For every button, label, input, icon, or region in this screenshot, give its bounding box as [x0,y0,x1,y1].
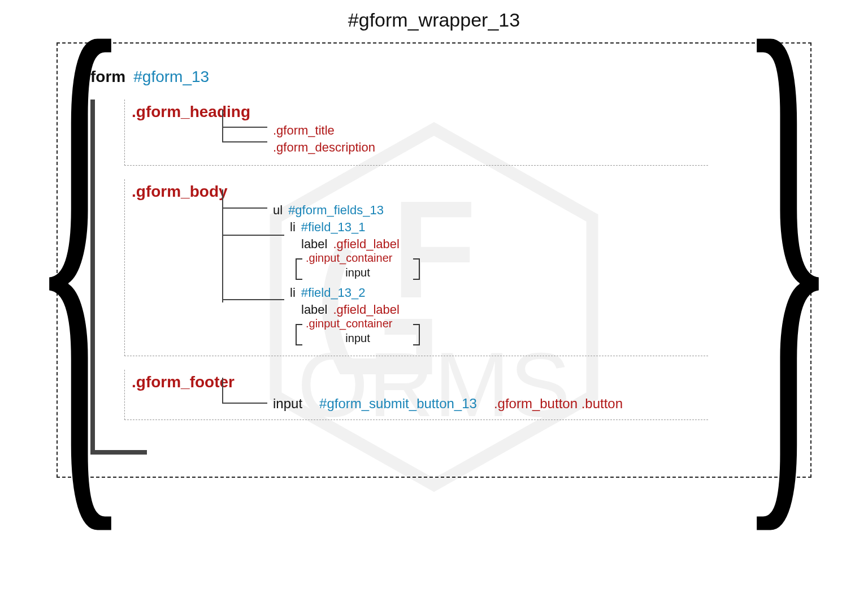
heading-tree-h2 [222,141,267,142]
field1-li-tag: li [290,220,296,235]
field2-id: #field_13_2 [301,286,366,300]
section-footer: .gform_footer input #gform_submit_button… [124,370,708,420]
heading-tree-v [222,110,223,141]
tree-main-vertical [90,100,95,450]
section-heading: .gform_heading .gform_title .gform_descr… [124,100,708,166]
tree-main-top-tick [90,100,95,104]
heading-title-class: .gform_title [273,123,335,138]
footer-tree-h [222,403,267,404]
field2-label-tag: label [301,302,327,317]
field1-label-class: .gfield_label [333,237,399,252]
ul-tag-label: ul [273,203,283,218]
heading-description-class: .gform_description [273,140,375,155]
tree-main-bottom-tick [90,450,147,455]
section-body: .gform_body ul #gform_fields_13 li #fiel… [124,179,708,356]
footer-class-label: .gform_footer [132,373,708,391]
form-tag-label: form [90,68,125,86]
field1-id: #field_13_1 [301,220,366,235]
field2-label-class: .gfield_label [333,302,399,317]
heading-tree-h1 [222,127,267,128]
heading-class-label: .gform_heading [132,103,708,121]
body-class-label: .gform_body [132,183,708,201]
field2-input-label: input [296,332,420,345]
body-tree-h-li1 [222,235,284,236]
field2-container-class: .ginput_container [306,317,392,330]
field1-input-container: .ginput_container input [296,254,420,282]
ul-id-label: #gform_fields_13 [288,203,384,218]
footer-tree-v [222,378,223,403]
form-id-label: #gform_13 [133,68,209,86]
field2-li-tag: li [290,286,296,300]
body-tree-h-ul [222,207,267,209]
field2-input-container: .ginput_container input [296,319,420,348]
body-tree-h-li2 [222,299,284,300]
body-tree-v [222,189,223,302]
field1-input-label: input [296,266,420,279]
field1-label-tag: label [301,237,327,252]
field1-container-class: .ginput_container [306,252,392,265]
